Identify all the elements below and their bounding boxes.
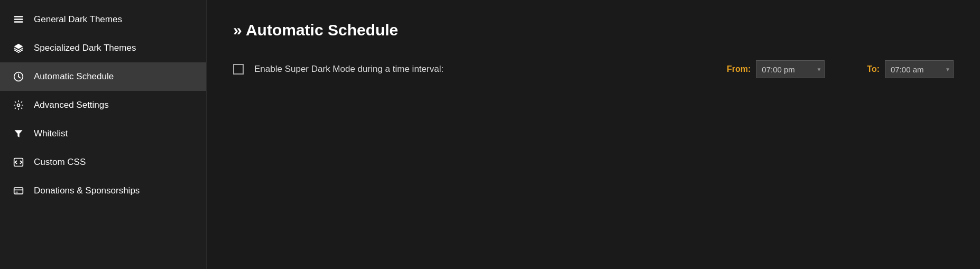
svg-rect-1 <box>14 18 23 20</box>
sidebar-item-label: Advanced Settings <box>34 100 109 110</box>
from-time-input[interactable] <box>756 60 825 78</box>
layers-icon <box>13 14 24 25</box>
sidebar-item-custom-css[interactable]: Custom CSS <box>0 148 206 177</box>
layers-stack-icon <box>13 42 24 54</box>
svg-point-8 <box>17 104 20 107</box>
sidebar-item-label: Custom CSS <box>34 157 86 168</box>
svg-marker-9 <box>15 130 23 137</box>
svg-rect-11 <box>14 188 23 194</box>
sidebar-item-label: General Dark Themes <box>34 14 122 25</box>
setting-label: Enable Super Dark Mode during a time int… <box>254 64 443 75</box>
filter-icon <box>13 128 24 140</box>
sidebar-item-label: Donations & Sponsorships <box>34 185 140 196</box>
card-icon <box>13 185 24 197</box>
to-time-input-wrapper: ▼ <box>885 60 954 78</box>
svg-point-7 <box>18 76 20 78</box>
main-content: » Automatic Schedule Enable Super Dark M… <box>207 0 980 269</box>
to-time-group: To: ▼ <box>867 60 954 78</box>
sidebar-item-label: Whitelist <box>34 128 68 139</box>
code-icon <box>13 156 24 168</box>
page-title-arrow: » <box>233 21 242 39</box>
sidebar-item-general-dark-themes[interactable]: General Dark Themes <box>0 5 206 34</box>
enable-schedule-checkbox[interactable] <box>233 64 244 75</box>
page-title: » Automatic Schedule <box>233 21 954 39</box>
sidebar-item-label: Specialized Dark Themes <box>34 43 136 53</box>
svg-rect-0 <box>14 16 23 17</box>
sidebar-item-label: Automatic Schedule <box>34 71 114 82</box>
page-title-text: Automatic Schedule <box>246 21 398 39</box>
to-time-input[interactable] <box>885 60 954 78</box>
svg-marker-3 <box>14 44 23 49</box>
from-time-group: From: ▼ <box>727 60 825 78</box>
setting-row: Enable Super Dark Mode during a time int… <box>233 60 954 78</box>
checkbox-container: Enable Super Dark Mode during a time int… <box>233 64 443 75</box>
sidebar-item-automatic-schedule[interactable]: Automatic Schedule <box>0 62 206 91</box>
sidebar-item-advanced-settings[interactable]: Advanced Settings <box>0 91 206 119</box>
to-label: To: <box>867 64 880 74</box>
sidebar-item-whitelist[interactable]: Whitelist <box>0 119 206 148</box>
gear-icon <box>13 99 24 111</box>
sidebar-item-donations-sponsorships[interactable]: Donations & Sponsorships <box>0 177 206 205</box>
from-label: From: <box>727 64 751 74</box>
sidebar: General Dark Themes Specialized Dark The… <box>0 0 206 269</box>
clock-icon <box>13 71 24 82</box>
svg-rect-2 <box>14 21 23 23</box>
sidebar-item-specialized-dark-themes[interactable]: Specialized Dark Themes <box>0 34 206 62</box>
from-time-input-wrapper: ▼ <box>756 60 825 78</box>
